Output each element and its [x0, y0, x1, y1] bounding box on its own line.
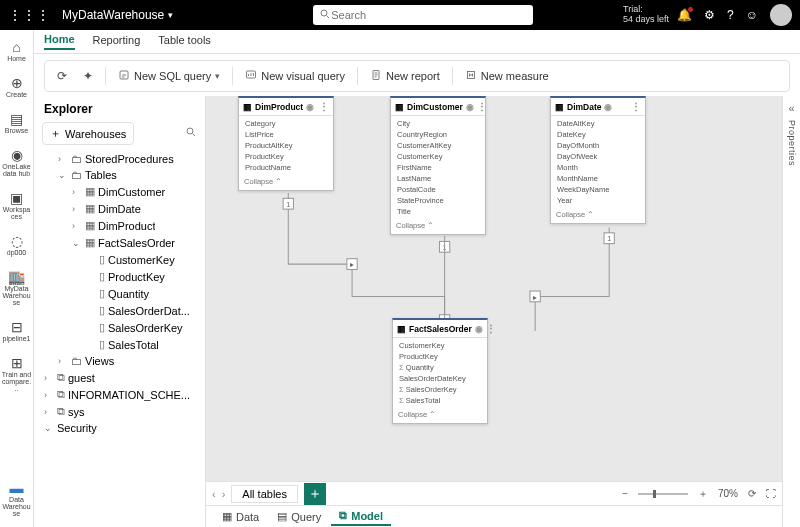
field-customeraltkey[interactable]: CustomerAltKey — [391, 140, 485, 151]
explorer-search-icon[interactable] — [185, 126, 197, 141]
field-countryregion[interactable]: CountryRegion — [391, 129, 485, 140]
tree-node-security[interactable]: ⌄Security — [38, 420, 205, 436]
tree-node-guest[interactable]: ›⧉guest — [38, 369, 205, 386]
field-month[interactable]: Month — [551, 162, 645, 173]
rail-item-browse[interactable]: ▤Browse — [2, 110, 32, 136]
tree-node-sys[interactable]: ›⧉sys — [38, 403, 205, 420]
tree-node-information-sche-[interactable]: ›⧉INFORMATION_SCHE... — [38, 386, 205, 403]
warehouse-title-dropdown[interactable]: MyDataWarehouse ▾ — [62, 8, 173, 22]
new-measure-button[interactable]: New measure — [459, 66, 555, 87]
field-productkey[interactable]: ProductKey — [239, 151, 333, 162]
collapse-button[interactable]: Collapse ⌃ — [551, 208, 645, 223]
rail-item-train-and-compare-[interactable]: ⊞Train and compare... — [2, 354, 32, 394]
layout-tab-all-tables[interactable]: All tables — [231, 485, 298, 503]
tree-node-dimproduct[interactable]: ›▦DimProduct — [38, 217, 205, 234]
zoom-in-button[interactable]: ＋ — [698, 487, 708, 501]
field-salesorderkey[interactable]: SalesOrderKey — [393, 384, 487, 395]
field-category[interactable]: Category — [239, 118, 333, 129]
field-quantity[interactable]: Quantity — [393, 362, 487, 373]
field-title[interactable]: Title — [391, 206, 485, 217]
new-sql-query-button[interactable]: New SQL query ▾ — [112, 66, 226, 87]
field-lastname[interactable]: LastName — [391, 173, 485, 184]
help-icon[interactable]: ? — [727, 8, 734, 22]
table-header[interactable]: ▦DimProduct◉⋮ — [239, 98, 333, 116]
tree-node-productkey[interactable]: ▯ProductKey — [38, 268, 205, 285]
model-table-dimcustomer[interactable]: ▦DimCustomer◉⋮CityCountryRegionCustomerA… — [390, 96, 486, 235]
field-year[interactable]: Year — [551, 195, 645, 206]
tree-node-views[interactable]: ›🗀Views — [38, 353, 205, 369]
zoom-fit-icon[interactable]: ⛶ — [766, 488, 776, 499]
more-icon[interactable]: ⋮ — [319, 101, 329, 112]
tree-node-salesorderkey[interactable]: ▯SalesOrderKey — [38, 319, 205, 336]
field-customerkey[interactable]: CustomerKey — [391, 151, 485, 162]
field-salestotal[interactable]: SalesTotal — [393, 395, 487, 406]
tree-node-dimcustomer[interactable]: ›▦DimCustomer — [38, 183, 205, 200]
rail-item-dp000[interactable]: ◌dp000 — [2, 232, 32, 258]
table-header[interactable]: ▦DimCustomer◉⋮ — [391, 98, 485, 116]
new-visual-query-button[interactable]: New visual query — [239, 66, 351, 87]
field-datealtkey[interactable]: DateAltKey — [551, 118, 645, 129]
ribbon-tab-table-tools[interactable]: Table tools — [158, 34, 211, 49]
discover-button[interactable]: ✦ — [77, 66, 99, 86]
model-table-factsalesorder[interactable]: ▦FactSalesOrder◉⋮CustomerKeyProductKeyQu… — [392, 318, 488, 424]
new-report-button[interactable]: New report — [364, 66, 446, 87]
field-weekdayname[interactable]: WeekDayName — [551, 184, 645, 195]
waffle-icon[interactable]: ⋮⋮⋮ — [8, 7, 50, 23]
model-canvas[interactable]: 1▸1*1▸ ▦DimProduct◉⋮CategoryListPricePro… — [206, 96, 782, 527]
refresh-button[interactable]: ⟳ — [51, 66, 73, 86]
rail-item-pipeline1[interactable]: ⊟pipeline1 — [2, 318, 32, 344]
tree-node-factsalesorder[interactable]: ⌄▦FactSalesOrder — [38, 234, 205, 251]
field-productkey[interactable]: ProductKey — [393, 351, 487, 362]
rail-item-workspaces[interactable]: ▣Workspaces — [2, 189, 32, 222]
more-icon[interactable]: ⋮ — [631, 101, 641, 112]
collapse-button[interactable]: Collapse ⌃ — [393, 408, 487, 423]
view-tab-data[interactable]: ▦Data — [214, 508, 267, 525]
collapse-button[interactable]: Collapse ⌃ — [239, 175, 333, 190]
rail-item-mydatawarehouse[interactable]: 🏬MyDataWarehouse — [2, 268, 32, 308]
rail-item-onelake-data-hub[interactable]: ◉OneLake data hub — [2, 146, 32, 179]
tree-node-salesorderdat-[interactable]: ▯SalesOrderDat... — [38, 302, 205, 319]
table-header[interactable]: ▦FactSalesOrder◉⋮ — [393, 320, 487, 338]
field-productaltkey[interactable]: ProductAltKey — [239, 140, 333, 151]
field-datekey[interactable]: DateKey — [551, 129, 645, 140]
field-salesorderdatekey[interactable]: SalesOrderDateKey — [393, 373, 487, 384]
tree-node-storedprocedures[interactable]: ›🗀StoredProcedures — [38, 151, 205, 167]
visibility-icon[interactable]: ◉ — [604, 102, 612, 112]
zoom-reset-icon[interactable]: ⟳ — [748, 488, 756, 499]
model-table-dimdate[interactable]: ▦DimDate◉⋮DateAltKeyDateKeyDayOfMonthDay… — [550, 96, 646, 224]
rail-item-home[interactable]: ⌂Home — [2, 38, 32, 64]
more-icon[interactable]: ⋮ — [486, 323, 496, 334]
field-firstname[interactable]: FirstName — [391, 162, 485, 173]
table-header[interactable]: ▦DimDate◉⋮ — [551, 98, 645, 116]
tree-node-quantity[interactable]: ▯Quantity — [38, 285, 205, 302]
field-monthname[interactable]: MonthName — [551, 173, 645, 184]
tree-node-tables[interactable]: ⌄🗀Tables — [38, 167, 205, 183]
avatar[interactable] — [770, 4, 792, 26]
expand-properties-icon[interactable]: « — [788, 102, 794, 114]
tree-node-salestotal[interactable]: ▯SalesTotal — [38, 336, 205, 353]
zoom-out-button[interactable]: − — [622, 488, 628, 499]
ribbon-tab-home[interactable]: Home — [44, 33, 75, 50]
field-customerkey[interactable]: CustomerKey — [393, 340, 487, 351]
field-postalcode[interactable]: PostalCode — [391, 184, 485, 195]
view-tab-query[interactable]: ▤Query — [269, 508, 329, 525]
tree-node-dimdate[interactable]: ›▦DimDate — [38, 200, 205, 217]
warehouses-button[interactable]: ＋ Warehouses — [42, 122, 134, 145]
visibility-icon[interactable]: ◉ — [475, 324, 483, 334]
rail-item-data-warehouse[interactable]: ▬Data Warehouse — [2, 479, 32, 519]
more-icon[interactable]: ⋮ — [477, 101, 487, 112]
ribbon-tab-reporting[interactable]: Reporting — [93, 34, 141, 49]
collapse-button[interactable]: Collapse ⌃ — [391, 219, 485, 234]
field-dayofweek[interactable]: DayOfWeek — [551, 151, 645, 162]
view-tab-model[interactable]: ⧉Model — [331, 507, 391, 526]
tab-scroll-arrows[interactable]: ‹› — [212, 488, 225, 500]
notifications-icon[interactable]: 🔔 — [677, 8, 692, 22]
model-table-dimproduct[interactable]: ▦DimProduct◉⋮CategoryListPriceProductAlt… — [238, 96, 334, 191]
rail-item-create[interactable]: ⊕Create — [2, 74, 32, 100]
field-city[interactable]: City — [391, 118, 485, 129]
properties-pane-collapsed[interactable]: « Properties — [782, 96, 800, 527]
field-stateprovince[interactable]: StateProvince — [391, 195, 485, 206]
feedback-icon[interactable]: ☺ — [746, 8, 758, 22]
visibility-icon[interactable]: ◉ — [306, 102, 314, 112]
field-productname[interactable]: ProductName — [239, 162, 333, 173]
